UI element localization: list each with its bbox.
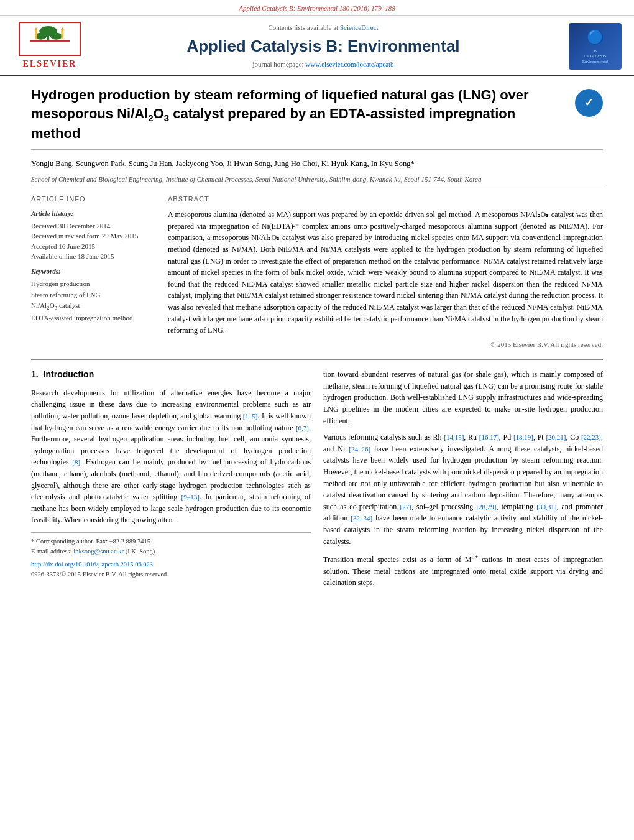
contents-line: Contents lists available at ScienceDirec…	[99, 23, 547, 32]
ref-9-13: [9–13]	[181, 493, 200, 501]
ref-18-19: [18,19]	[513, 433, 533, 441]
ref-1-5: [1–5]	[243, 412, 258, 420]
ref-28-29: [28,29]	[476, 503, 496, 510]
received-date: Received 30 December 2014	[31, 221, 155, 231]
contents-text: Contents lists available at	[268, 24, 338, 31]
homepage-link[interactable]: www.elsevier.com/locate/apcatb	[305, 60, 393, 68]
ref-30-31: [30,31]	[536, 503, 556, 510]
svg-rect-0	[30, 40, 70, 42]
affiliation-text: School of Chemical and Biological Engine…	[31, 175, 603, 184]
keywords-label: Keywords:	[31, 267, 155, 276]
homepage-label: journal homepage:	[252, 60, 303, 68]
fn-email-label: E-mail address:	[31, 548, 72, 555]
section-title: Introduction	[44, 369, 94, 379]
elsevier-logo: ELSEVIER	[12, 22, 87, 70]
introduction-heading: 1. Introduction	[31, 369, 311, 381]
ref-20-21: [20,21]	[546, 433, 566, 441]
catalysis-icon: 🔵	[587, 28, 604, 47]
keyword-2: Steam reforming of LNG	[31, 290, 155, 301]
ref-24-26: [24–26]	[349, 445, 370, 453]
ref-32-34: [32–34]	[351, 514, 372, 522]
elsevier-logo-box	[19, 22, 81, 56]
homepage-url-text: www.elsevier.com/locate/apcatb	[305, 60, 393, 68]
catalysis-logo-box: 🔵 BCATALYSISEnvironmental	[569, 23, 622, 70]
ref-8: [8]	[72, 458, 80, 466]
authors-line: Yongju Bang, Seungwon Park, Seung Ju Han…	[31, 159, 603, 170]
journal-ref-bar: Applied Catalysis B: Environmental 180 (…	[0, 0, 634, 16]
main-body-columns: 1. Introduction Research developments fo…	[31, 359, 603, 594]
paper-content: Hydrogen production by steam reforming o…	[0, 76, 634, 606]
keywords-list: Hydrogen production Steam reforming of L…	[31, 279, 155, 324]
ref-27: [27]	[400, 503, 411, 510]
ref-14-15: [14,15]	[444, 433, 464, 441]
journal-homepage: journal homepage: www.elsevier.com/locat…	[99, 60, 547, 69]
abstract-title: ABSTRACT	[168, 195, 603, 204]
doi-link[interactable]: http://dx.doi.org/10.1016/j.apcatb.2015.…	[31, 561, 153, 568]
doi-line: http://dx.doi.org/10.1016/j.apcatb.2015.…	[31, 560, 311, 570]
journal-ref-text: Applied Catalysis B: Environmental 180 (…	[239, 4, 395, 12]
intro-paragraph-right-1: tion toward abundant reserves of natural…	[323, 369, 603, 427]
right-column: tion toward abundant reserves of natural…	[323, 369, 603, 594]
svg-point-4	[50, 33, 62, 40]
keyword-1: Hydrogen production	[31, 279, 155, 290]
fn-email-text: inksong@snu.ac.kr	[73, 548, 124, 555]
svg-marker-6	[34, 28, 38, 30]
school-label: School of Chemical and Biological Engine…	[31, 175, 482, 183]
intro-paragraph-right-2: Various reforming catalysts such as Rh […	[323, 432, 603, 547]
catalysis-label: BCATALYSISEnvironmental	[582, 48, 609, 64]
sciencedirect-link[interactable]: ScienceDirect	[340, 24, 379, 31]
journal-center: Contents lists available at ScienceDirec…	[87, 23, 559, 70]
intro-paragraph-right-3: Transition metal species exist as a form…	[323, 552, 603, 589]
online-date: Available online 18 June 2015	[31, 251, 155, 262]
doi-text: http://dx.doi.org/10.1016/j.apcatb.2015.…	[31, 561, 153, 568]
left-column: 1. Introduction Research developments fo…	[31, 369, 311, 594]
svg-rect-5	[35, 30, 37, 39]
article-dates: Received 30 December 2014 Received in re…	[31, 221, 155, 262]
ref-22-23: [22,23]	[581, 433, 601, 441]
issn-line: 0926-3373/© 2015 Elsevier B.V. All right…	[31, 570, 311, 579]
abstract-panel: ABSTRACT A mesoporous alumina (denoted a…	[168, 195, 603, 349]
keyword-4: EDTA-assisted impregnation method	[31, 313, 155, 324]
elsevier-wordmark: ELSEVIER	[23, 58, 77, 70]
fn-email-link[interactable]: inksong@snu.ac.kr	[73, 548, 124, 555]
abstract-text: A mesoporous alumina (denoted as MA) sup…	[168, 209, 603, 336]
article-info-panel: ARTICLE INFO Article history: Received 3…	[31, 195, 155, 349]
fn-email-name: (I.K. Song).	[126, 548, 157, 555]
crossmark-badge: ✓	[575, 89, 603, 117]
ref-16-17: [16,17]	[479, 433, 499, 441]
journal-header: ELSEVIER Contents lists available at Sci…	[0, 16, 634, 76]
journal-title: Applied Catalysis B: Environmental	[99, 35, 547, 57]
catalysis-logo: 🔵 BCATALYSISEnvironmental	[559, 23, 622, 70]
intro-paragraph-1: Research developments for utilization of…	[31, 387, 311, 526]
sciencedirect-text: ScienceDirect	[340, 24, 379, 31]
svg-marker-8	[61, 28, 65, 30]
email-footnote: E-mail address: inksong@snu.ac.kr (I.K. …	[31, 547, 311, 556]
article-info-abstract-section: ARTICLE INFO Article history: Received 3…	[31, 187, 603, 349]
section-number: 1.	[31, 369, 39, 379]
revised-date: Received in revised form 29 May 2015	[31, 231, 155, 241]
elsevier-tree-icon	[25, 25, 75, 53]
paper-title: Hydrogen production by steam reforming o…	[31, 86, 575, 143]
keyword-3: Ni/Al2O3 catalyst	[31, 300, 155, 313]
ref-6-7: [6,7]	[296, 424, 309, 432]
copyright-text: © 2015 Elsevier B.V. All rights reserved…	[168, 340, 603, 349]
footnote-area: * Corresponding author. Fax: +82 2 889 7…	[31, 532, 311, 579]
svg-rect-7	[61, 30, 63, 39]
corresponding-footnote: * Corresponding author. Fax: +82 2 889 7…	[31, 537, 311, 547]
history-label: Article history:	[31, 209, 155, 218]
paper-title-section: Hydrogen production by steam reforming o…	[31, 86, 603, 150]
article-info-title: ARTICLE INFO	[31, 195, 155, 204]
accepted-date: Accepted 16 June 2015	[31, 241, 155, 252]
